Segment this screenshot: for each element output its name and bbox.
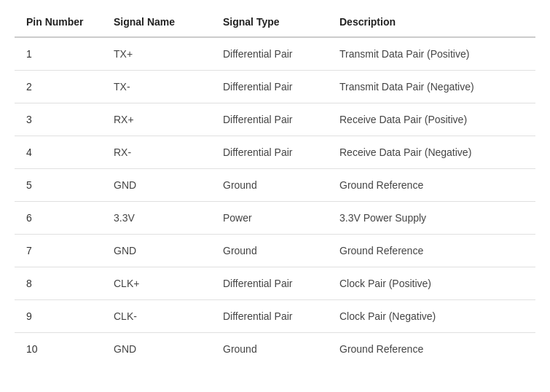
cell-signal: CLK-: [102, 300, 211, 333]
cell-description: Clock Pair (Negative): [328, 300, 535, 333]
cell-signal: TX+: [102, 37, 211, 71]
cell-signal: 3.3V: [102, 202, 211, 235]
cell-description: Clock Pair (Positive): [328, 267, 535, 300]
table-header-row: Pin Number Signal Name Signal Type Descr…: [15, 7, 535, 37]
col-header-pin: Pin Number: [15, 7, 102, 37]
cell-pin: 7: [15, 235, 102, 267]
table-row: 4RX-Differential PairReceive Data Pair (…: [15, 136, 535, 169]
cell-pin: 10: [15, 333, 102, 366]
table-row: 63.3VPower3.3V Power Supply: [15, 202, 535, 235]
cell-signal: GND: [102, 169, 211, 202]
cell-type: Differential Pair: [211, 267, 328, 300]
cell-type: Differential Pair: [211, 300, 328, 333]
cell-description: 3.3V Power Supply: [328, 202, 535, 235]
cell-description: Transmit Data Pair (Positive): [328, 37, 535, 71]
table-row: 9CLK-Differential PairClock Pair (Negati…: [15, 300, 535, 333]
cell-description: Receive Data Pair (Positive): [328, 103, 535, 136]
pin-table: Pin Number Signal Name Signal Type Descr…: [15, 7, 535, 365]
cell-description: Ground Reference: [328, 333, 535, 366]
cell-description: Ground Reference: [328, 235, 535, 267]
cell-type: Ground: [211, 169, 328, 202]
col-header-desc: Description: [328, 7, 535, 37]
cell-pin: 1: [15, 37, 102, 71]
cell-type: Differential Pair: [211, 136, 328, 169]
table-row: 10GNDGroundGround Reference: [15, 333, 535, 366]
cell-signal: GND: [102, 333, 211, 366]
cell-description: Transmit Data Pair (Negative): [328, 71, 535, 103]
cell-pin: 9: [15, 300, 102, 333]
cell-type: Differential Pair: [211, 37, 328, 71]
cell-type: Differential Pair: [211, 71, 328, 103]
cell-type: Differential Pair: [211, 103, 328, 136]
cell-pin: 6: [15, 202, 102, 235]
table-row: 7GNDGroundGround Reference: [15, 235, 535, 267]
cell-type: Power: [211, 202, 328, 235]
table-row: 1TX+Differential PairTransmit Data Pair …: [15, 37, 535, 71]
cell-pin: 5: [15, 169, 102, 202]
table-container: Pin Number Signal Name Signal Type Descr…: [0, 0, 550, 380]
cell-description: Receive Data Pair (Negative): [328, 136, 535, 169]
cell-signal: TX-: [102, 71, 211, 103]
cell-signal: CLK+: [102, 267, 211, 300]
cell-pin: 2: [15, 71, 102, 103]
cell-pin: 3: [15, 103, 102, 136]
cell-signal: RX-: [102, 136, 211, 169]
cell-type: Ground: [211, 235, 328, 267]
cell-pin: 8: [15, 267, 102, 300]
cell-description: Ground Reference: [328, 169, 535, 202]
cell-type: Ground: [211, 333, 328, 366]
cell-signal: GND: [102, 235, 211, 267]
table-row: 3RX+Differential PairReceive Data Pair (…: [15, 103, 535, 136]
cell-pin: 4: [15, 136, 102, 169]
col-header-type: Signal Type: [211, 7, 328, 37]
cell-signal: RX+: [102, 103, 211, 136]
table-row: 5GNDGroundGround Reference: [15, 169, 535, 202]
col-header-signal: Signal Name: [102, 7, 211, 37]
table-row: 8CLK+Differential PairClock Pair (Positi…: [15, 267, 535, 300]
table-row: 2TX-Differential PairTransmit Data Pair …: [15, 71, 535, 103]
